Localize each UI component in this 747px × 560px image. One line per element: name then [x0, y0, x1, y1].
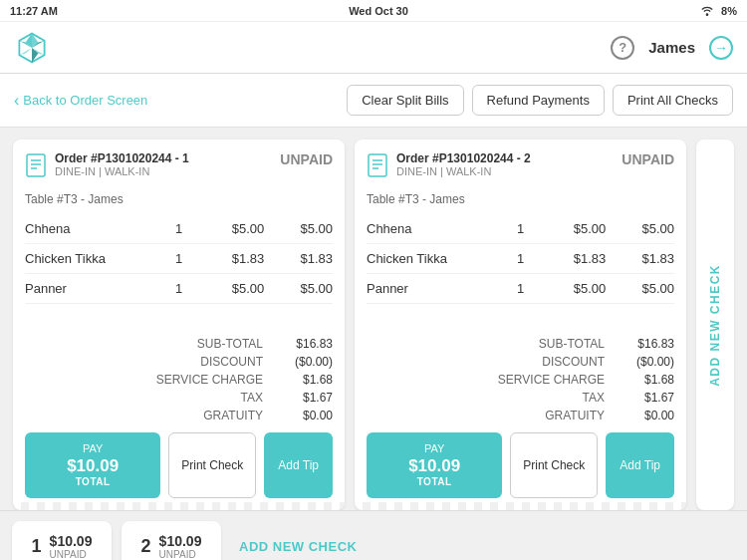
items-table-1: Chhena 1 $5.00 $5.00 Chicken Tikka 1 $1.… — [25, 214, 333, 329]
check-actions-2: PAY $10.09 TOTAL Print Check Add Tip — [367, 432, 674, 498]
subtotal-label: SUB-TOTAL — [173, 337, 263, 351]
logout-icon[interactable]: → — [709, 36, 733, 60]
item-row: Chhena 1 $5.00 $5.00 — [367, 214, 674, 244]
tax-value-2: $1.67 — [624, 391, 674, 405]
svg-rect-8 — [27, 154, 45, 176]
service-charge-label: SERVICE CHARGE — [156, 373, 263, 387]
action-bar: ‹ Back to Order Screen Clear Split Bills… — [0, 74, 747, 128]
tax-value-1: $1.67 — [283, 391, 333, 405]
discount-value-2: ($0.00) — [624, 355, 674, 369]
service-charge-value-2: $1.68 — [624, 373, 674, 387]
add-new-check-label: ADD NEW CHECK — [708, 264, 722, 387]
wifi-icon — [699, 4, 715, 18]
add-tip-button-2[interactable]: Add Tip — [606, 432, 674, 498]
check-card-1: Order #P1301020244 - 1 DINE-IN | WALK-IN… — [13, 140, 345, 510]
status-badge-1: UNPAID — [280, 151, 333, 167]
back-chevron: ‹ — [14, 92, 19, 110]
add-new-check-bottom-button[interactable]: ADD NEW CHECK — [239, 539, 357, 554]
tab-amount-1: $10.09 — [50, 533, 93, 549]
order-type-2: DINE-IN | WALK-IN — [396, 165, 531, 177]
check-card-2: Order #P1301020244 - 2 DINE-IN | WALK-IN… — [355, 140, 686, 510]
app-logo — [14, 30, 50, 66]
status-badge-2: UNPAID — [622, 151, 674, 167]
print-all-checks-button[interactable]: Print All Checks — [613, 85, 733, 116]
check-tab-1[interactable]: 1 $10.09 UNPAID — [12, 521, 112, 561]
refund-payments-button[interactable]: Refund Payments — [472, 85, 605, 116]
receipt-icon-1 — [25, 153, 47, 182]
add-new-check-sidebar[interactable]: ADD NEW CHECK — [696, 140, 734, 510]
discount-value-1: ($0.00) — [283, 355, 333, 369]
item-row: Panner 1 $5.00 $5.00 — [25, 274, 333, 304]
check-tab-2[interactable]: 2 $10.09 UNPAID — [122, 521, 221, 561]
items-table-2: Chhena 1 $5.00 $5.00 Chicken Tikka 1 $1.… — [367, 214, 674, 329]
user-name: James — [648, 39, 695, 56]
tab-num-2: 2 — [141, 536, 151, 557]
check-actions-1: PAY $10.09 TOTAL Print Check Add Tip — [25, 432, 333, 498]
tab-num-1: 1 — [32, 536, 42, 557]
tab-status-1: UNPAID — [50, 549, 93, 560]
gratuity-value-2: $0.00 — [624, 409, 674, 422]
pay-amount-2: $10.09 — [408, 456, 460, 476]
subtotal-value-1: $16.83 — [283, 337, 333, 351]
svg-rect-12 — [369, 154, 386, 176]
print-check-button-2[interactable]: Print Check — [510, 432, 598, 498]
top-bar: ? James → — [0, 22, 747, 74]
status-date: Wed Oct 30 — [349, 5, 408, 17]
pay-label-2: TOTAL — [417, 476, 452, 488]
gratuity-value-1: $0.00 — [283, 409, 333, 422]
totals-section-2: SUB-TOTAL $16.83 DISCOUNT ($0.00) SERVIC… — [367, 329, 674, 424]
back-button[interactable]: ‹ Back to Order Screen — [14, 92, 147, 110]
discount-label: DISCOUNT — [173, 355, 263, 369]
bottom-bar: 1 $10.09 UNPAID 2 $10.09 UNPAID ADD NEW … — [0, 510, 747, 560]
item-row: Panner 1 $5.00 $5.00 — [367, 274, 674, 304]
status-time: 11:27 AM — [10, 5, 58, 17]
table-info-1: Table #T3 - James — [25, 192, 333, 206]
tab-amount-2: $10.09 — [159, 533, 202, 549]
pay-label-1: TOTAL — [76, 476, 111, 488]
pay-amount-1: $10.09 — [67, 456, 119, 476]
add-tip-button-1[interactable]: Add Tip — [264, 432, 333, 498]
service-charge-value-1: $1.68 — [283, 373, 333, 387]
order-number-2: Order #P1301020244 - 2 — [396, 151, 531, 165]
item-row: Chicken Tikka 1 $1.83 $1.83 — [367, 244, 674, 274]
order-type-1: DINE-IN | WALK-IN — [55, 165, 189, 177]
receipt-icon-2 — [367, 153, 388, 182]
tab-status-2: UNPAID — [159, 549, 202, 560]
main-content: Order #P1301020244 - 1 DINE-IN | WALK-IN… — [0, 128, 747, 510]
battery-status: 8% — [721, 5, 737, 17]
tax-label: TAX — [173, 391, 263, 405]
back-label: Back to Order Screen — [23, 93, 147, 108]
table-info-2: Table #T3 - James — [367, 192, 674, 206]
order-number-1: Order #P1301020244 - 1 — [55, 151, 189, 165]
pay-button-2[interactable]: PAY $10.09 TOTAL — [367, 432, 502, 498]
help-icon[interactable]: ? — [611, 36, 634, 60]
clear-split-bills-button[interactable]: Clear Split Bills — [347, 85, 463, 116]
item-row: Chicken Tikka 1 $1.83 $1.83 — [25, 244, 333, 274]
gratuity-label: GRATUITY — [173, 409, 263, 422]
svg-marker-5 — [19, 48, 32, 55]
item-row: Chhena 1 $5.00 $5.00 — [25, 214, 333, 244]
pay-button-1[interactable]: PAY $10.09 TOTAL — [25, 432, 160, 498]
subtotal-value-2: $16.83 — [624, 337, 674, 351]
totals-section-1: SUB-TOTAL $16.83 DISCOUNT ($0.00) SERVIC… — [25, 329, 333, 424]
print-check-button-1[interactable]: Print Check — [168, 432, 256, 498]
